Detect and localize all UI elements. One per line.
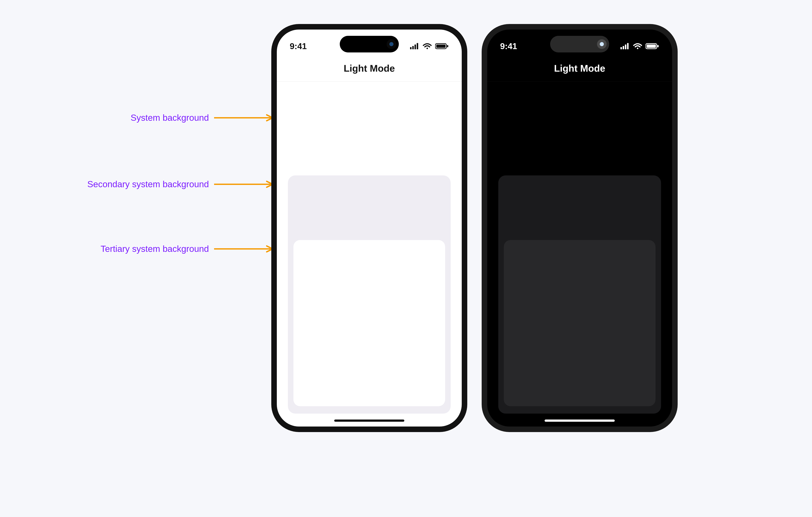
- home-indicator: [545, 419, 615, 422]
- svg-rect-6: [417, 43, 418, 49]
- nav-separator: [277, 81, 462, 82]
- annotation-label: Tertiary system background: [100, 244, 209, 254]
- svg-point-7: [427, 48, 428, 49]
- svg-rect-10: [447, 45, 448, 47]
- phone-light: 9:41 Light Mode: [271, 24, 467, 432]
- nav-title: Light Mode: [277, 63, 462, 74]
- wifi-icon: [423, 43, 432, 50]
- cellular-icon: [410, 43, 419, 49]
- system-background-region: [277, 83, 462, 175]
- tertiary-system-background-region: [293, 240, 445, 406]
- svg-rect-13: [625, 45, 626, 49]
- nav-title: Light Mode: [487, 63, 672, 74]
- svg-rect-11: [620, 47, 622, 49]
- annotation-secondary-system-background: Secondary system background: [87, 179, 277, 189]
- nav-separator: [487, 81, 672, 82]
- home-indicator: [334, 419, 404, 422]
- svg-rect-3: [410, 47, 411, 49]
- status-icons: [620, 43, 659, 50]
- annotation-label: Secondary system background: [87, 179, 209, 189]
- cellular-icon: [620, 43, 630, 49]
- status-time: 9:41: [290, 41, 307, 51]
- svg-rect-5: [414, 45, 416, 49]
- status-icons: [410, 43, 449, 50]
- annotation-label: System background: [130, 113, 209, 123]
- status-time: 9:41: [500, 41, 517, 51]
- wifi-icon: [633, 43, 642, 50]
- battery-icon: [435, 43, 449, 50]
- system-background-region: [487, 83, 672, 175]
- camera-icon: [387, 39, 396, 49]
- phone-light-screen: 9:41 Light Mode: [277, 30, 462, 427]
- svg-rect-17: [647, 45, 656, 48]
- svg-rect-18: [657, 45, 659, 47]
- camera-icon: [597, 39, 607, 49]
- arrow-icon: [214, 181, 277, 188]
- svg-rect-4: [412, 46, 414, 49]
- dynamic-island: [340, 36, 399, 52]
- dynamic-island: [550, 36, 609, 52]
- phone-dark-screen: 9:41 Light Mode: [487, 30, 672, 427]
- svg-point-15: [637, 48, 638, 49]
- svg-rect-9: [436, 45, 445, 48]
- diagram-stage: System background Secondary system backg…: [0, 0, 812, 517]
- svg-rect-14: [627, 43, 629, 49]
- annotation-system-background: System background: [130, 113, 277, 123]
- svg-rect-12: [622, 46, 624, 49]
- phone-dark: 9:41 Light Mode: [482, 24, 678, 432]
- tertiary-system-background-region: [504, 240, 656, 406]
- annotation-tertiary-system-background: Tertiary system background: [100, 244, 277, 254]
- battery-icon: [645, 43, 659, 50]
- arrow-icon: [214, 245, 277, 252]
- arrow-icon: [214, 114, 277, 121]
